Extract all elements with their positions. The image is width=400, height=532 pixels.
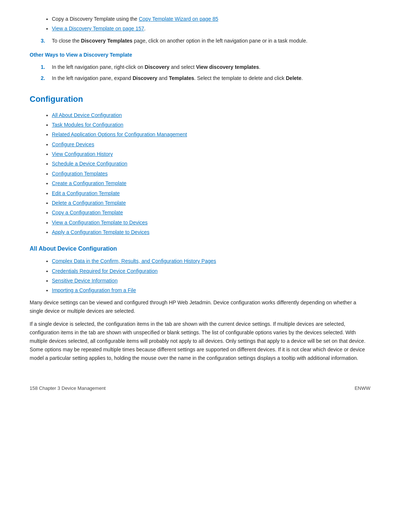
schedule-device-config-link[interactable]: Schedule a Device Configuration [52,161,127,167]
copy-config-template-link[interactable]: Copy a Configuration Template [52,210,123,215]
list-item: Sensitive Device Information [52,277,370,285]
view-discovery-template-link[interactable]: View a Discovery Template on page 157 [52,26,144,31]
list-item: Edit a Configuration Template [52,189,370,197]
list-item: All About Device Configuration [52,111,370,119]
footer-left: 158 Chapter 3 Device Management [30,385,106,392]
period: . [144,26,146,31]
related-app-options-link[interactable]: Related Application Options for Configur… [52,131,187,137]
other-ways-step-2-content: In the left navigation pane, expand Disc… [52,74,370,82]
list-item: Apply a Configuration Template to Device… [52,228,370,236]
step-3-number: 3. [41,37,50,45]
other-ways-step-2-number: 2. [41,74,50,82]
importing-config-link[interactable]: Importing a Configuration from a File [52,287,136,293]
step-3-content: To close the Discovery Templates page, c… [52,37,370,45]
configure-devices-link[interactable]: Configure Devices [52,141,94,147]
edit-config-template-link[interactable]: Edit a Configuration Template [52,190,120,196]
top-bullet-list: Copy a Discovery Template using the Copy… [52,15,370,33]
view-discovery-templates-bold: View discovery templates [196,64,259,70]
configuration-link-list: All About Device Configuration Task Modu… [52,111,370,237]
other-ways-heading: Other Ways to View a Discovery Template [30,51,370,59]
list-item: Task Modules for Configuration [52,121,370,129]
bullet-text-1: Copy a Discovery Template using the [52,16,139,22]
templates-bold: Templates [169,75,194,81]
list-item: View a Configuration Template to Devices [52,218,370,227]
paragraph-1: Many device settings can be viewed and c… [30,298,370,315]
footer-right: ENWW [354,385,370,392]
list-item: View a Discovery Template on page 157. [52,24,370,33]
copy-template-wizard-link[interactable]: Copy Template Wizard on page 85 [139,16,219,22]
discovery-bold-2: Discovery [133,75,157,81]
credentials-required-link[interactable]: Credentials Required for Device Configur… [52,268,158,274]
list-item: Importing a Configuration from a File [52,286,370,294]
apply-config-template-devices-link[interactable]: Apply a Configuration Template to Device… [52,229,150,235]
all-about-heading: All About Device Configuration [30,244,370,254]
footer: 158 Chapter 3 Device Management ENWW [30,385,370,392]
other-ways-step-2: 2. In the left navigation pane, expand D… [41,74,370,82]
step-3: 3. To close the Discovery Templates page… [41,37,370,45]
create-config-template-link[interactable]: Create a Configuration Template [52,180,126,186]
list-item: Configuration Templates [52,170,370,178]
list-item: Schedule a Device Configuration [52,160,370,168]
list-item: Delete a Configuration Template [52,199,370,207]
list-item: Copy a Discovery Template using the Copy… [52,15,370,23]
list-item: Complex Data in the Confirm, Results, an… [52,257,370,265]
discovery-bold-1: Discovery [145,64,170,70]
other-ways-step-1: 1. In the left navigation pane, right-cl… [41,63,370,71]
all-about-device-config-link[interactable]: All About Device Configuration [52,112,122,118]
configuration-heading: Configuration [30,93,370,106]
list-item: Copy a Configuration Template [52,208,370,217]
other-ways-step-1-number: 1. [41,63,50,71]
list-item: View Configuration History [52,150,370,158]
complex-data-link[interactable]: Complex Data in the Confirm, Results, an… [52,258,216,264]
sensitive-device-info-link[interactable]: Sensitive Device Information [52,278,117,284]
list-item: Configure Devices [52,140,370,148]
all-about-link-list: Complex Data in the Confirm, Results, an… [52,257,370,295]
task-modules-config-link[interactable]: Task Modules for Configuration [52,122,123,128]
other-ways-step-1-content: In the left navigation pane, right-click… [52,63,370,71]
config-templates-link[interactable]: Configuration Templates [52,171,108,177]
list-item: Create a Configuration Template [52,179,370,187]
view-config-template-devices-link[interactable]: View a Configuration Template to Devices [52,220,148,225]
view-config-history-link[interactable]: View Configuration History [52,151,113,157]
delete-bold: Delete [286,75,301,81]
delete-config-template-link[interactable]: Delete a Configuration Template [52,200,126,206]
list-item: Credentials Required for Device Configur… [52,267,370,275]
paragraph-2: If a single device is selected, the conf… [30,320,370,362]
discovery-templates-bold: Discovery Templates [81,38,133,44]
list-item: Related Application Options for Configur… [52,130,370,138]
